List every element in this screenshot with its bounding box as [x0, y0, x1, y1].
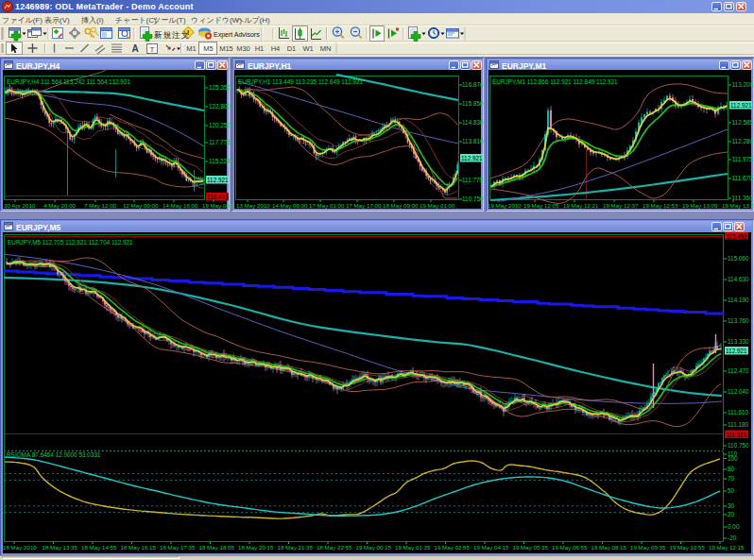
svg-text:Expert Advisors: Expert Advisors	[214, 31, 260, 39]
svg-text:70: 70	[728, 475, 735, 482]
svg-text:-20: -20	[728, 535, 737, 541]
svg-text:19 May 12:37: 19 May 12:37	[603, 202, 639, 209]
svg-text:19 May 01:35: 19 May 01:35	[395, 544, 431, 551]
svg-text:M5: M5	[203, 44, 213, 53]
svg-text:EURJPY,H4 111.564 113.242 111: EURJPY,H4 111.564 113.242 111.564 112.92…	[7, 78, 130, 85]
svg-text:113.200: 113.200	[732, 81, 754, 88]
svg-text:18 May 20:15: 18 May 20:15	[238, 544, 274, 551]
svg-text:116.870: 116.870	[462, 81, 484, 88]
svg-text:112.280: 112.280	[732, 138, 754, 144]
svg-text:19 May 12:05: 19 May 12:05	[523, 202, 559, 209]
svg-text:100: 100	[728, 455, 738, 462]
svg-text:19 May 08:15: 19 May 08:15	[591, 544, 627, 551]
svg-text:19 May 12:15: 19 May 12:15	[709, 544, 745, 551]
svg-text:110.443: 110.443	[207, 194, 229, 200]
svg-text:122.800: 122.800	[209, 103, 231, 110]
svg-text:4 May 20:00: 4 May 20:00	[43, 202, 77, 209]
svg-text:115.060: 115.060	[728, 255, 749, 262]
svg-text:115.850: 115.850	[462, 100, 484, 107]
svg-text:18 May 14:55: 18 May 14:55	[81, 544, 117, 551]
svg-text:18 May 16:15: 18 May 16:15	[121, 544, 157, 551]
svg-text:113.810: 113.810	[462, 138, 484, 144]
svg-text:A: A	[131, 43, 138, 54]
svg-text:19 May 12:53: 19 May 12:53	[643, 202, 678, 209]
svg-text:113.760: 113.760	[728, 317, 749, 324]
svg-text:114.630: 114.630	[728, 276, 749, 282]
svg-text:19 May 09:35: 19 May 09:35	[630, 544, 666, 551]
svg-text:111.670: 111.670	[732, 175, 754, 181]
svg-text:0.00: 0.00	[728, 523, 740, 530]
svg-text:111.180: 111.180	[728, 421, 749, 428]
svg-text:19 May 13:09: 19 May 13:09	[682, 202, 718, 209]
svg-text:T: T	[150, 45, 155, 54]
svg-text:30 Apr 2010: 30 Apr 2010	[4, 202, 36, 209]
svg-text:110.750: 110.750	[728, 442, 749, 449]
svg-text:111.360: 111.360	[732, 195, 754, 201]
svg-text:117.775: 117.775	[209, 139, 231, 145]
svg-text:111.019: 111.019	[726, 432, 747, 438]
svg-text:112.470: 112.470	[728, 367, 749, 374]
svg-text:50: 50	[728, 487, 735, 494]
svg-text:EURJPY,M5 112.705 112.921 112: EURJPY,M5 112.705 112.921 112.704 112.92…	[8, 239, 133, 246]
svg-text:113.330: 113.330	[728, 338, 749, 345]
svg-text:112.585: 112.585	[732, 119, 754, 126]
svg-text:14 May 09:00: 14 May 09:00	[272, 202, 308, 209]
svg-text:18 May 09:00: 18 May 09:00	[383, 202, 419, 209]
svg-text:EURJPY,H1 113.449 113.235 112: EURJPY,H1 113.449 113.235 112.649 112.92…	[238, 78, 363, 85]
svg-text:112.921: 112.921	[730, 102, 752, 109]
svg-text:12 May 00:00: 12 May 00:00	[123, 202, 159, 209]
svg-text:111.610: 111.610	[728, 409, 749, 416]
svg-text:115.490: 115.490	[726, 233, 747, 240]
svg-text:18 May 2010: 18 May 2010	[3, 544, 37, 551]
svg-text:H1: H1	[255, 44, 265, 53]
svg-text:19 May 00:15: 19 May 00:15	[356, 544, 392, 551]
svg-text:20: 20	[728, 511, 735, 518]
svg-text:19 May 02:55: 19 May 02:55	[435, 544, 471, 551]
svg-text:MN: MN	[320, 44, 332, 53]
svg-text:17 May 17:00: 17 May 17:00	[346, 202, 382, 209]
svg-text:7 May 12:00: 7 May 12:00	[84, 202, 117, 209]
svg-text:19 May 13:25: 19 May 13:25	[722, 202, 754, 209]
svg-text:M30: M30	[236, 44, 250, 53]
svg-text:19 May 01:00: 19 May 01:00	[420, 202, 455, 209]
svg-text:19 May 04:15: 19 May 04:15	[473, 544, 509, 551]
svg-text:114.830: 114.830	[462, 119, 484, 126]
svg-text:80: 80	[728, 466, 735, 472]
svg-text:RSIOMA 87.6454 12.0000 53.0331: RSIOMA 87.6454 12.0000 53.0331	[7, 451, 101, 458]
svg-text:30: 30	[728, 502, 735, 509]
svg-text:新規注文: 新規注文	[154, 30, 190, 40]
svg-text:112.040: 112.040	[728, 388, 749, 395]
svg-text:115.225: 115.225	[209, 158, 231, 164]
svg-text:18 May 18:55: 18 May 18:55	[199, 544, 235, 551]
svg-text:112.921: 112.921	[461, 155, 483, 161]
svg-text:111.975: 111.975	[732, 156, 754, 162]
svg-text:112.921: 112.921	[207, 177, 229, 183]
svg-text:111.770: 111.770	[462, 177, 484, 183]
svg-text:125.350: 125.350	[209, 84, 231, 91]
svg-text:W1: W1	[302, 44, 313, 53]
svg-text:EURJPY,M1 112.866 112.921 112: EURJPY,M1 112.866 112.921 112.849 112.92…	[492, 78, 618, 85]
svg-text:D1: D1	[287, 44, 297, 53]
svg-text:13 May 2010: 13 May 2010	[236, 202, 270, 209]
svg-text:18 May 17:35: 18 May 17:35	[160, 544, 196, 551]
svg-text:19 May 2010: 19 May 2010	[488, 202, 522, 209]
svg-text:110.750: 110.750	[462, 195, 484, 202]
svg-text:M15: M15	[219, 44, 233, 53]
svg-text:112.921: 112.921	[726, 348, 747, 354]
svg-text:19 May 10:55: 19 May 10:55	[670, 544, 706, 551]
svg-text:M1: M1	[186, 44, 196, 53]
svg-text:19 May 05:35: 19 May 05:35	[513, 544, 549, 551]
svg-text:19 May 04:00: 19 May 04:00	[202, 202, 238, 209]
svg-text:18 May 22:55: 18 May 22:55	[317, 544, 352, 551]
svg-text:114.190: 114.190	[728, 297, 749, 303]
svg-text:120.250: 120.250	[209, 122, 231, 128]
svg-text:19 May 12:21: 19 May 12:21	[563, 202, 599, 209]
svg-text:18 May 13:35: 18 May 13:35	[43, 544, 78, 551]
svg-text:18 May 21:35: 18 May 21:35	[278, 544, 314, 551]
svg-text:19 May 06:55: 19 May 06:55	[552, 544, 588, 551]
svg-text:H4: H4	[271, 44, 281, 53]
svg-text:17 May 01:00: 17 May 01:00	[309, 202, 345, 209]
svg-text:14 May 16:00: 14 May 16:00	[163, 202, 198, 209]
